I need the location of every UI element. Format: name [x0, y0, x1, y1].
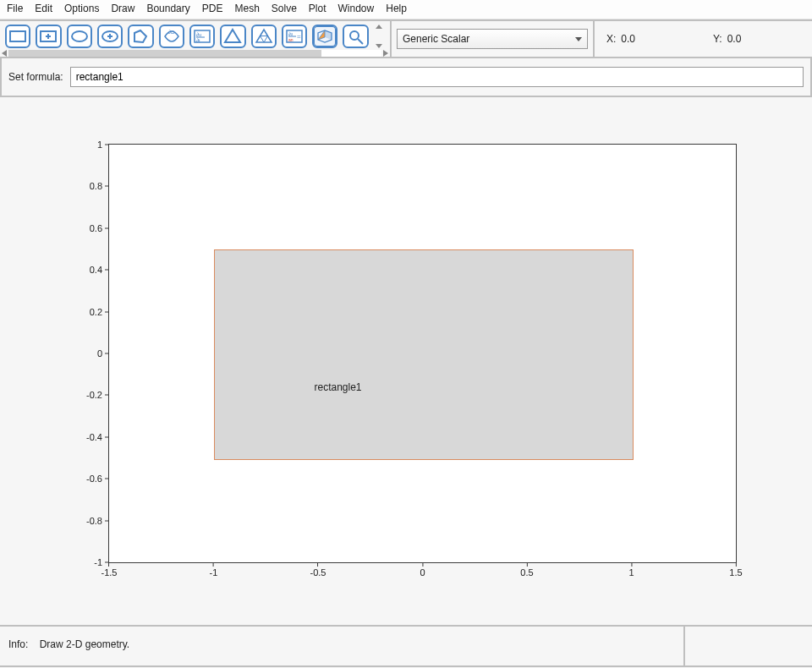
- zoom-icon[interactable]: [343, 25, 368, 48]
- x-tick-label: -1: [210, 567, 218, 578]
- info-cell: Info: Draw 2-D geometry.: [0, 627, 685, 665]
- coord-y-value: 0.0: [727, 33, 742, 45]
- formula-bar: Set formula:: [0, 58, 812, 97]
- x-tick-label: 1.5: [729, 567, 742, 578]
- svg-text:∂u: ∂u: [288, 31, 293, 36]
- formula-input[interactable]: [70, 67, 804, 87]
- info-bar: Info: Draw 2-D geometry.: [0, 625, 812, 667]
- svg-marker-8: [134, 30, 146, 42]
- menu-file[interactable]: File: [7, 3, 23, 14]
- drawing-canvas-area: -1.5-1-0.500.511.5-1-0.8-0.6-0.4-0.200.2…: [0, 97, 812, 625]
- x-tick-label: -1.5: [102, 567, 118, 578]
- svg-rect-0: [10, 31, 25, 41]
- svg-line-17: [256, 36, 261, 43]
- ellipse-tool-icon[interactable]: [67, 25, 92, 48]
- menu-boundary[interactable]: Boundary: [146, 3, 189, 14]
- svg-text:∂u: ∂u: [196, 32, 201, 37]
- svg-text:an: an: [288, 37, 294, 42]
- tool-icon-strip: ∂Ω ∂u∂t ∂uan=: [0, 21, 392, 57]
- x-tick-label: 0.5: [520, 567, 533, 578]
- pde-spec-icon[interactable]: ∂u∂t: [189, 25, 215, 48]
- y-tick-label: 0.4: [90, 265, 102, 275]
- mesh-init-icon[interactable]: [220, 25, 245, 48]
- y-tick-label: -1: [94, 557, 102, 567]
- svg-line-31: [358, 39, 363, 44]
- y-tick-label: -0.6: [86, 474, 102, 484]
- info-text: Draw 2-D geometry.: [40, 638, 129, 650]
- x-tick-label: -0.5: [310, 567, 326, 578]
- x-tick-label: 1: [628, 567, 634, 578]
- svg-line-20: [260, 36, 264, 43]
- svg-text:∂Ω: ∂Ω: [168, 30, 175, 35]
- toolbar-scrollbar[interactable]: [0, 49, 390, 57]
- chevron-down-icon: [575, 37, 582, 41]
- y-tick-label: 0.8: [90, 181, 102, 191]
- rectangle-center-tool-icon[interactable]: [36, 25, 61, 48]
- y-tick-label: 1: [97, 140, 102, 150]
- y-tick-label: 0.6: [90, 223, 102, 233]
- svg-point-30: [350, 31, 359, 40]
- coord-x-label: X:: [606, 33, 616, 45]
- coordinate-readout: X: 0.0 Y: 0.0: [595, 21, 812, 57]
- toolbar: ∂Ω ∂u∂t ∂uan=: [0, 19, 812, 58]
- mesh-refine-icon[interactable]: [251, 25, 277, 48]
- equation-type-value: Generic Scalar: [403, 33, 469, 45]
- menu-help[interactable]: Help: [386, 3, 407, 14]
- x-tick-label: 0: [420, 567, 425, 578]
- svg-marker-14: [225, 30, 240, 42]
- equation-type-cell: Generic Scalar: [392, 21, 595, 57]
- menu-mesh[interactable]: Mesh: [234, 3, 259, 14]
- svg-marker-29: [325, 30, 332, 40]
- equation-type-dropdown[interactable]: Generic Scalar: [397, 29, 588, 49]
- coord-y-label: Y:: [713, 33, 722, 45]
- menu-solve[interactable]: Solve: [272, 3, 297, 14]
- menu-edit[interactable]: Edit: [35, 3, 52, 14]
- menu-draw[interactable]: Draw: [111, 3, 134, 14]
- info-spare-cell: [685, 627, 812, 665]
- polygon-tool-icon[interactable]: [128, 25, 153, 48]
- menu-window[interactable]: Window: [338, 3, 375, 14]
- y-tick-label: 0: [97, 348, 102, 359]
- menu-pde[interactable]: PDE: [202, 3, 223, 14]
- y-tick-label: -0.4: [86, 432, 102, 442]
- menu-options[interactable]: Options: [64, 3, 99, 14]
- formula-label: Set formula:: [8, 71, 63, 83]
- rectangle-tool-icon[interactable]: [5, 25, 30, 48]
- svg-line-18: [267, 36, 272, 43]
- ellipse-center-tool-icon[interactable]: [97, 25, 123, 48]
- coord-x-value: 0.0: [621, 33, 635, 45]
- info-label: Info:: [8, 638, 28, 650]
- y-tick-label: 0.2: [90, 307, 102, 317]
- svg-text:∂t: ∂t: [196, 38, 200, 43]
- toolbar-spinner[interactable]: [374, 25, 385, 48]
- menu-bar: File Edit Options Draw Boundary PDE Mesh…: [0, 0, 812, 19]
- plot-3d-icon[interactable]: [312, 25, 337, 48]
- y-tick-label: -0.8: [86, 516, 102, 526]
- shape-rectangle[interactable]: [214, 249, 634, 460]
- y-tick-label: -0.2: [86, 390, 102, 400]
- shape-label: rectangle1: [314, 381, 361, 393]
- boundary-mode-icon[interactable]: ∂Ω: [159, 25, 184, 48]
- svg-text:=: =: [297, 33, 301, 41]
- solve-icon[interactable]: ∂uan=: [282, 25, 307, 48]
- svg-point-4: [72, 31, 87, 41]
- svg-line-21: [264, 36, 268, 43]
- axes[interactable]: -1.5-1-0.500.511.5-1-0.8-0.6-0.4-0.200.2…: [108, 144, 737, 563]
- menu-plot[interactable]: Plot: [309, 3, 326, 14]
